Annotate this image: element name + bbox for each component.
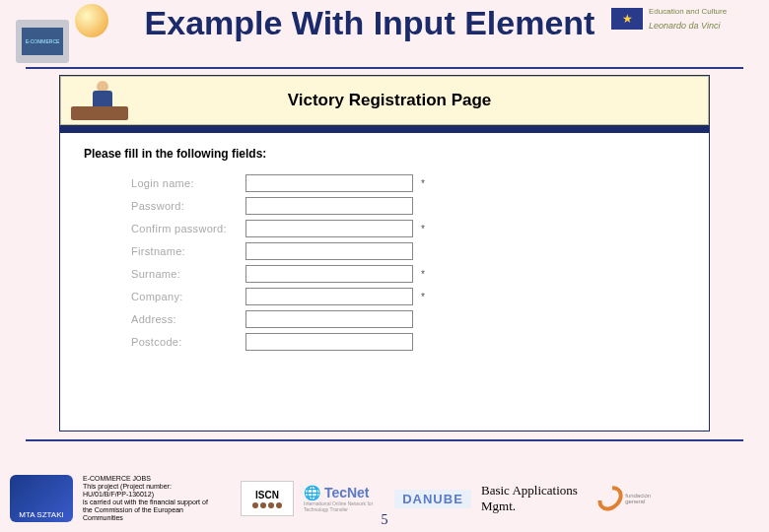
education-culture-label: Education and Culture — [649, 8, 727, 17]
input-password[interactable] — [245, 197, 413, 215]
page-number: 5 — [382, 512, 388, 528]
required-star: * — [421, 269, 425, 280]
basic-applications-label: Basic Applications Mgmt. — [481, 483, 590, 513]
divider-bottom — [26, 439, 743, 441]
label-company: Company: — [131, 291, 240, 302]
required-star: * — [421, 178, 425, 189]
input-login[interactable] — [245, 174, 413, 192]
field-row-address: Address: — [84, 310, 685, 328]
label-password: Password: — [131, 200, 240, 212]
divider-top — [26, 67, 743, 69]
label-surname: Surname: — [131, 268, 240, 280]
leonardo-label: Leonardo da Vinci — [649, 21, 727, 31]
field-row-postcode: Postcode: — [84, 333, 685, 351]
input-company[interactable] — [245, 288, 413, 305]
danube-logo: DANUBE — [394, 490, 471, 508]
project-disclaimer: E-COMMERCE JOBS This project (Project nu… — [83, 475, 231, 522]
input-surname[interactable] — [245, 265, 413, 283]
field-row-login: Login name: * — [84, 174, 685, 192]
tecnet-logo: 🌐 TecNet International Online Network fo… — [304, 485, 384, 512]
field-row-company: Company: * — [84, 288, 685, 305]
registration-banner: Victory Registration Page — [60, 76, 709, 125]
required-star: * — [421, 292, 425, 302]
input-postcode[interactable] — [245, 333, 413, 351]
registration-form: Please fill in the following fields: Log… — [60, 133, 709, 431]
registration-page-title: Victory Registration Page — [150, 91, 708, 110]
field-row-surname: Surname: * — [84, 265, 685, 283]
input-firstname[interactable] — [245, 242, 413, 260]
mta-sztaki-logo: MTA SZTAKI — [10, 475, 73, 522]
label-postcode: Postcode: — [131, 336, 240, 348]
header-right-logos: ★ Education and Culture Leonardo da Vinc… — [611, 4, 759, 31]
label-confirm-password: Confirm password: — [131, 223, 240, 234]
eu-flag-icon: ★ — [611, 8, 643, 30]
input-address[interactable] — [245, 310, 413, 328]
ecommerce-globe-icon: E-COMMERCE — [10, 4, 128, 63]
embedded-page-screenshot: Victory Registration Page Please fill in… — [59, 75, 710, 432]
field-row-password: Password: — [84, 197, 685, 215]
input-confirm-password[interactable] — [245, 220, 413, 237]
field-row-firstname: Firstname: — [84, 242, 685, 260]
iscn-logo: ISCN — [241, 481, 294, 516]
form-instruction: Please fill in the following fields: — [84, 147, 685, 161]
required-star: * — [421, 224, 425, 234]
field-row-confirm: Confirm password: * — [84, 220, 685, 237]
fundacion-general-logo: fundación general — [599, 485, 659, 512]
label-address: Address: — [131, 313, 240, 325]
person-at-desk-icon — [71, 81, 130, 120]
slide-title: Example With Input Element — [128, 4, 611, 41]
label-firstname: Firstname: — [131, 245, 240, 257]
label-login: Login name: — [131, 177, 240, 189]
